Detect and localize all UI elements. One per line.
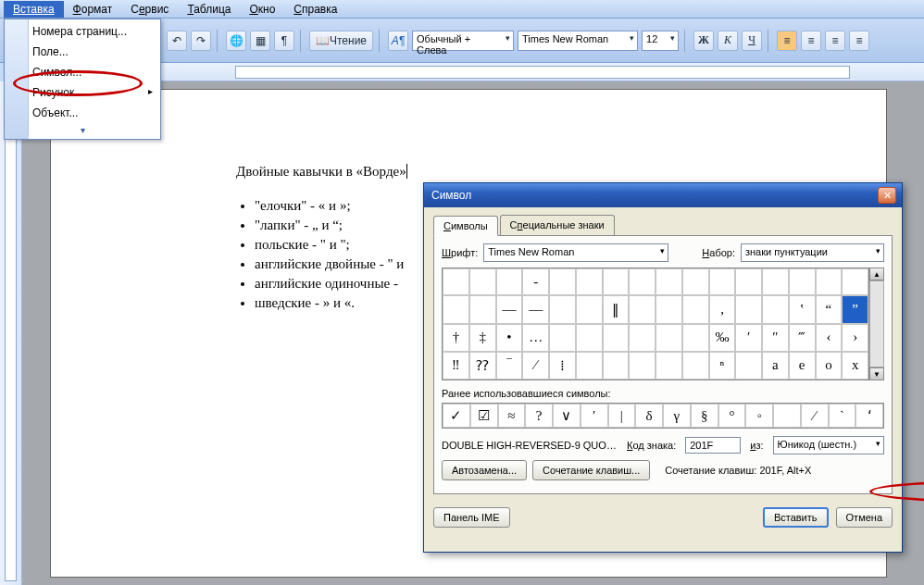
symbol-cell[interactable]: †	[443, 324, 469, 352]
symbol-cell[interactable]	[656, 268, 682, 295]
subset-combo[interactable]: знаки пунктуации	[741, 243, 884, 262]
symbol-cell[interactable]	[469, 295, 496, 323]
align-right-icon[interactable]: ≡	[825, 31, 845, 51]
recent-cell[interactable]: ∨	[553, 404, 581, 428]
symbol-cell[interactable]	[789, 268, 816, 295]
symbol-cell[interactable]: ⁞	[549, 352, 576, 380]
symbol-cell[interactable]: ―	[522, 295, 549, 323]
symbol-cell[interactable]: x	[842, 352, 868, 380]
symbol-cell[interactable]: ‖	[603, 295, 630, 323]
menu-help[interactable]: Справка	[284, 1, 346, 18]
recent-cell[interactable]: °	[718, 404, 746, 428]
symbol-cell[interactable]: “	[816, 295, 843, 323]
symbol-cell[interactable]: ›	[842, 324, 868, 352]
bold-button[interactable]: Ж	[693, 31, 714, 51]
symbol-cell[interactable]	[656, 295, 682, 323]
font-dropdown[interactable]: Times New Roman	[518, 31, 638, 51]
style-dropdown[interactable]: Обычный + Слева	[412, 31, 514, 51]
recent-cell[interactable]: |	[608, 404, 636, 428]
symbol-cell[interactable]: —	[496, 295, 523, 323]
recent-cell[interactable]: γ	[663, 404, 691, 428]
symbol-cell[interactable]	[735, 352, 762, 380]
tb-reading-button[interactable]: 📖 Чтение	[309, 31, 373, 51]
symbol-cell[interactable]	[629, 324, 656, 352]
autocorrect-button[interactable]: Автозамена...	[442, 460, 527, 480]
menuitem-field[interactable]: Поле...	[5, 42, 160, 62]
scroll-up-icon[interactable]: ▲	[869, 268, 884, 280]
symbol-cell[interactable]	[682, 268, 709, 295]
close-icon[interactable]: ✕	[878, 187, 896, 204]
recent-cell[interactable]: ʻ	[855, 404, 883, 428]
symbol-cell[interactable]: •	[496, 324, 523, 352]
symbol-cell[interactable]: ″	[762, 324, 789, 352]
symbol-cell[interactable]	[629, 295, 656, 323]
menu-window[interactable]: Окно	[240, 1, 284, 18]
align-justify-icon[interactable]: ≡	[849, 31, 869, 51]
symbol-cell[interactable]	[496, 268, 523, 295]
scroll-down-icon[interactable]: ▼	[869, 367, 884, 380]
symbol-cell[interactable]	[576, 352, 603, 380]
symbol-cell[interactable]	[603, 352, 630, 380]
recent-cell[interactable]: ′	[581, 404, 608, 428]
symbol-cell[interactable]: ‴	[789, 324, 816, 352]
symbol-cell[interactable]	[842, 268, 868, 295]
symbol-cell[interactable]	[682, 295, 709, 323]
symbol-cell[interactable]: ⁿ	[709, 352, 736, 380]
tb-styles-icon[interactable]: A¶	[388, 31, 408, 51]
symbol-cell[interactable]: ”	[842, 295, 868, 323]
symbol-cell[interactable]	[629, 352, 656, 380]
symbol-cell[interactable]	[682, 324, 709, 352]
symbol-cell[interactable]: ⁇	[469, 352, 496, 380]
underline-button[interactable]: Ч	[742, 31, 762, 51]
menu-format[interactable]: Формат	[64, 1, 122, 18]
size-dropdown[interactable]: 12	[642, 31, 679, 51]
recent-cell[interactable]: ≈	[498, 404, 526, 428]
align-center-icon[interactable]: ≡	[801, 31, 821, 51]
symbol-cell[interactable]	[576, 268, 603, 295]
menu-service[interactable]: Сервис	[121, 1, 178, 18]
from-combo[interactable]: Юникод (шестн.)	[773, 436, 884, 454]
symbol-cell[interactable]: ‰	[709, 324, 736, 352]
tb-redo-icon[interactable]: ↷	[191, 31, 211, 51]
ime-button[interactable]: Панель IME	[433, 507, 510, 528]
symbol-cell[interactable]: ‛	[789, 295, 816, 323]
symbol-cell[interactable]: a	[762, 352, 789, 380]
symbol-cell[interactable]: ‚	[709, 295, 736, 323]
symbol-cell[interactable]	[656, 352, 682, 380]
symbol-cell[interactable]: …	[522, 324, 549, 352]
symbol-cell[interactable]	[603, 268, 630, 295]
align-left-icon[interactable]: ≡	[777, 31, 797, 51]
symbol-cell[interactable]	[443, 295, 469, 323]
document-body[interactable]: Двойные кавычки в «Ворде» "елочки" - « и…	[236, 164, 407, 315]
symbol-cell[interactable]	[576, 324, 603, 352]
recent-cell[interactable]: ?	[525, 404, 553, 428]
symbol-cell[interactable]: ‾	[496, 352, 523, 380]
symbol-cell[interactable]: ‡	[469, 324, 496, 352]
symbol-cell[interactable]	[762, 268, 789, 295]
symbol-cell[interactable]	[629, 268, 656, 295]
symbol-cell[interactable]	[735, 295, 762, 323]
symbol-scrollbar[interactable]: ▲ ▼	[869, 268, 884, 380]
symbol-cell[interactable]: ‐	[522, 268, 549, 295]
symbol-cell[interactable]	[576, 295, 603, 323]
symbol-cell[interactable]: e	[789, 352, 816, 380]
symbol-cell[interactable]	[549, 268, 576, 295]
symbol-cell[interactable]: ⁄	[522, 352, 549, 380]
recent-cell[interactable]	[773, 404, 801, 428]
symbol-cell[interactable]: ‹	[816, 324, 843, 352]
recent-cell[interactable]: ✓	[443, 404, 470, 428]
tb-table-icon[interactable]: ▦	[250, 31, 270, 51]
recent-cell[interactable]: ⁄	[801, 404, 829, 428]
tab-symbols[interactable]: Символы	[433, 216, 498, 236]
symbol-cell[interactable]: ‼	[443, 352, 469, 380]
italic-button[interactable]: К	[718, 31, 738, 51]
symbol-cell[interactable]	[603, 324, 630, 352]
menu-insert[interactable]: Вставка	[4, 1, 64, 18]
font-combo[interactable]: Times New Roman	[483, 243, 668, 262]
code-input[interactable]	[685, 437, 741, 454]
recent-cell[interactable]: §	[691, 404, 718, 428]
recent-cell[interactable]: δ	[635, 404, 663, 428]
symbol-cell[interactable]: o	[816, 352, 843, 380]
insert-button[interactable]: Вставить	[763, 507, 829, 528]
menuitem-picture[interactable]: Рисунок	[5, 82, 160, 103]
